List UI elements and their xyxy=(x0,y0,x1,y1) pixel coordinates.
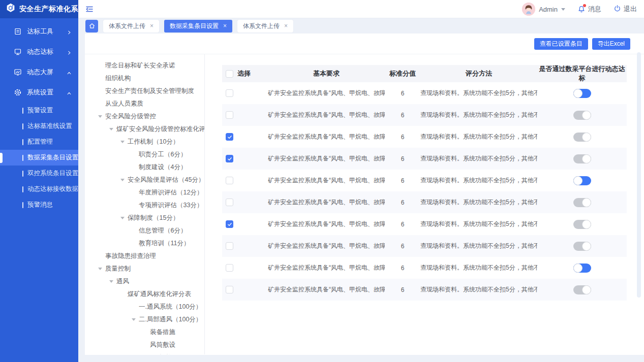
tree-node[interactable]: 风筒敷设 xyxy=(85,339,204,351)
caret-down-icon[interactable] xyxy=(120,179,125,181)
tab-数据采集条目设置[interactable]: 数据采集条目设置× xyxy=(164,20,232,32)
cell-dynamic xyxy=(537,264,627,273)
tree-node[interactable]: 理念目标和矿长安全承诺 xyxy=(85,59,204,72)
sidebar-subitem-预警设置[interactable]: 预警设置 xyxy=(0,103,78,118)
sidebar-subitem-动态达标接收数据[interactable]: 动态达标接收数据 xyxy=(0,181,78,197)
dynamic-toggle[interactable] xyxy=(573,111,591,120)
table-row: 矿井安全监控系统具备“风电、甲烷电、故障”闭锁及手...6查现场和资料。系统功能… xyxy=(222,279,627,301)
row-checkbox[interactable] xyxy=(226,242,233,250)
tree-node[interactable]: 安全生产责任制及安全管理制度 xyxy=(85,85,204,97)
tree-node[interactable]: 煤矿安全风险分级管控标准化评分表 xyxy=(85,123,204,136)
tab-体系文件上传[interactable]: 体系文件上传× xyxy=(237,20,293,32)
sidebar-item-达标工具[interactable]: 达标工具 xyxy=(0,21,78,42)
sidebar-subitem-双控系统条目设置[interactable]: 双控系统条目设置 xyxy=(0,166,78,181)
dynamic-toggle[interactable] xyxy=(573,176,591,185)
dynamic-toggle[interactable] xyxy=(573,89,591,98)
cell-select xyxy=(222,111,268,119)
sidebar-subitem-配置管理[interactable]: 配置管理 xyxy=(0,134,78,150)
dynamic-toggle[interactable] xyxy=(573,220,591,229)
row-checkbox[interactable] xyxy=(226,199,233,206)
tree-node[interactable]: 事故隐患排查治理 xyxy=(85,250,204,262)
collapse-sidebar-icon[interactable] xyxy=(85,5,94,13)
table-row: 矿井安全监控系统具备“风电、甲烷电、故障”闭锁及手...6查现场和资料。系统功能… xyxy=(222,148,627,170)
tree-node[interactable]: 制度建设（4分） xyxy=(85,161,204,174)
row-checkbox[interactable] xyxy=(226,89,233,97)
row-checkbox[interactable] xyxy=(226,111,233,119)
vertical-scrollbar[interactable] xyxy=(637,52,641,298)
sidebar-subitem-预警消息[interactable]: 预警消息 xyxy=(0,197,78,213)
cell-score: 6 xyxy=(385,243,420,250)
tree-node[interactable]: 安全风险分级管控 xyxy=(85,110,204,123)
sidebar-item-系统设置[interactable]: 系统设置 xyxy=(0,82,78,103)
sidebar-item-动态大屏[interactable]: 动态大屏 xyxy=(0,62,78,82)
caret-down-icon[interactable] xyxy=(109,280,113,283)
dynamic-toggle[interactable] xyxy=(573,133,591,142)
cell-dynamic xyxy=(537,111,627,120)
tree-node[interactable]: 一.通风系统（100分） xyxy=(85,301,204,313)
dynamic-toggle[interactable] xyxy=(573,242,591,251)
caret-down-icon[interactable] xyxy=(120,141,125,143)
caret-down-icon[interactable] xyxy=(109,128,113,130)
tree-node[interactable]: 工作机制（10分） xyxy=(85,136,204,148)
tree-node[interactable]: 教育培训（11分） xyxy=(85,237,204,250)
dynamic-toggle[interactable] xyxy=(573,285,591,294)
dynamic-toggle[interactable] xyxy=(573,154,591,163)
tree-node[interactable]: 二.局部通风（100分） xyxy=(85,313,204,326)
sidebar-subitem-数据采集条目设置[interactable]: 数据采集条目设置 xyxy=(0,150,78,166)
sidebar-subitem-达标基准线设置[interactable]: 达标基准线设置 xyxy=(0,118,78,134)
caret-down-icon[interactable] xyxy=(120,217,125,219)
tree-node[interactable]: 三.通风设施（100分） xyxy=(85,351,204,354)
cell-score: 6 xyxy=(385,155,420,162)
tab-label: 体系文件上传 xyxy=(243,22,280,30)
caret-down-icon[interactable] xyxy=(98,268,102,270)
row-checkbox[interactable] xyxy=(226,133,233,141)
tree-node[interactable]: 保障制度（15分） xyxy=(85,212,204,224)
cell-select xyxy=(222,177,268,184)
close-tab-icon[interactable]: × xyxy=(150,23,154,29)
row-checkbox[interactable] xyxy=(226,220,233,228)
tree-node[interactable]: 组织机构 xyxy=(85,72,204,85)
sidebar-item-label: 达标工具 xyxy=(27,27,53,36)
row-checkbox[interactable] xyxy=(226,155,233,162)
cell-score: 6 xyxy=(385,112,420,119)
view-configured-items-button[interactable]: 查看已设置条目 xyxy=(534,38,588,50)
tree-node[interactable]: 煤矿通风标准化评分表 xyxy=(85,288,204,301)
row-checkbox[interactable] xyxy=(226,286,233,293)
messages-button[interactable]: 消息 xyxy=(577,5,601,14)
toggle-knob xyxy=(582,154,591,163)
chevron-right-icon xyxy=(67,29,72,34)
row-checkbox[interactable] xyxy=(226,264,233,272)
close-tab-icon[interactable]: × xyxy=(284,23,288,29)
cell-dynamic xyxy=(537,198,627,207)
tree-node[interactable]: 专项辨识评估（33分） xyxy=(85,199,204,212)
sidebar-subitem-label: 数据采集条目设置 xyxy=(27,153,78,162)
tree-node[interactable]: 装备措施 xyxy=(85,326,204,339)
logout-button[interactable]: 退出 xyxy=(614,5,637,14)
tab-体系文件上传[interactable]: 体系文件上传× xyxy=(103,20,159,32)
tree-node[interactable]: 职责分工（6分） xyxy=(85,148,204,161)
tree-node-label: 信息管理（6分） xyxy=(139,226,187,235)
column-header-select: 选择 xyxy=(237,69,251,78)
home-tab-button[interactable] xyxy=(85,20,98,32)
cell-requirement: 矿井安全监控系统具备“风电、甲烷电、故障”闭锁及手... xyxy=(268,176,385,185)
sidebar-menu: 达标工具动态达标动态大屏系统设置预警设置达标基准线设置配置管理数据采集条目设置双… xyxy=(0,18,78,362)
dynamic-toggle[interactable] xyxy=(573,198,591,207)
tree-node[interactable]: 从业人员素质 xyxy=(85,97,204,110)
caret-down-icon[interactable] xyxy=(132,318,136,321)
cell-method: 查现场和资料。系统功能不全扣5分，其他不... xyxy=(420,176,537,185)
tree-node[interactable]: 质量控制 xyxy=(85,262,204,275)
cell-requirement: 矿井安全监控系统具备“风电、甲烷电、故障”闭锁及手... xyxy=(268,198,385,207)
close-tab-icon[interactable]: × xyxy=(223,23,227,29)
row-checkbox[interactable] xyxy=(226,177,233,184)
dynamic-toggle[interactable] xyxy=(573,264,591,273)
tree-node[interactable]: 安全风险便是评估（45分） xyxy=(85,174,204,186)
tree-node[interactable]: 信息管理（6分） xyxy=(85,224,204,237)
user-menu[interactable]: Admin xyxy=(522,3,565,16)
tree-node[interactable]: 年度辨识评估（12分） xyxy=(85,186,204,199)
export-excel-button[interactable]: 导出Excel xyxy=(592,38,630,50)
tab-list: 体系文件上传×数据采集条目设置×体系文件上传× xyxy=(103,20,293,32)
select-all-checkbox[interactable] xyxy=(226,70,233,78)
caret-down-icon[interactable] xyxy=(98,115,102,118)
tree-node[interactable]: 通风 xyxy=(85,275,204,288)
sidebar-item-动态达标[interactable]: 动态达标 xyxy=(0,42,78,62)
